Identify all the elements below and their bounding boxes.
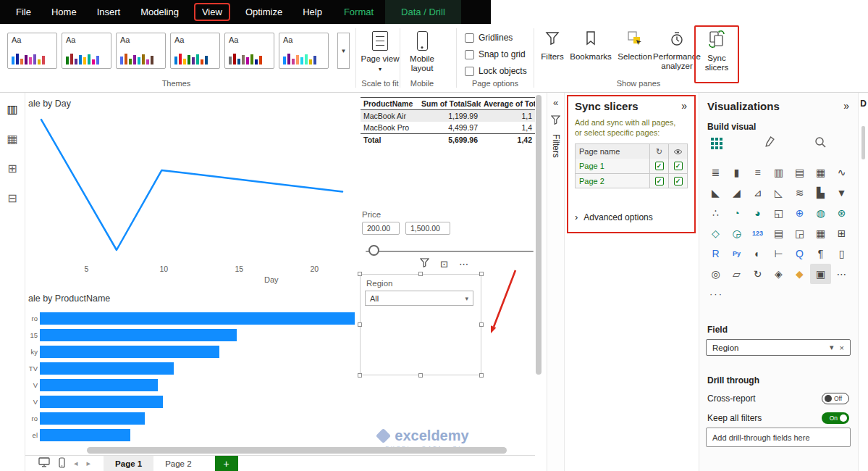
line-clustered-column-chart-icon[interactable]: ◺: [768, 183, 789, 203]
resize-handle[interactable]: [418, 373, 423, 378]
snap-to-grid-checkbox[interactable]: [465, 50, 474, 59]
menu-item-help[interactable]: Help: [303, 7, 322, 17]
lock-objects-checkbox[interactable]: [465, 67, 474, 76]
keep-all-filters-toggle[interactable]: On: [822, 412, 849, 424]
resize-handle[interactable]: [358, 272, 362, 276]
pane-scrollbar[interactable]: [861, 126, 865, 159]
gridlines-checkbox-row[interactable]: Gridlines: [465, 33, 513, 43]
theme-card[interactable]: Aa: [62, 33, 111, 69]
region-dropdown[interactable]: All ▾: [365, 291, 473, 306]
clustered-column-chart-icon[interactable]: ▥: [768, 162, 789, 183]
advanced-options-toggle[interactable]: › Advanced options: [575, 212, 653, 222]
next-page-icon[interactable]: ▸: [87, 459, 91, 468]
stacked-column-chart-icon[interactable]: ▮: [726, 162, 747, 183]
selection-pane-button[interactable]: Selection: [615, 30, 654, 62]
sync-checkbox[interactable]: ✓: [655, 177, 664, 186]
clustered-bar-chart-icon[interactable]: ≡: [747, 162, 768, 183]
stacked-area-chart-icon[interactable]: ◢: [726, 183, 747, 203]
region-slicer[interactable]: Region All ▾: [360, 274, 481, 375]
mobile-layout-view-icon[interactable]: [59, 457, 65, 470]
theme-card[interactable]: Aa: [7, 33, 57, 69]
line-chart-icon[interactable]: ∿: [831, 162, 852, 183]
horizontal-scrollbar[interactable]: [87, 447, 507, 454]
matrix-icon[interactable]: ⊞: [831, 223, 852, 243]
qa-visual-icon[interactable]: Q: [789, 243, 810, 264]
bar-chart-bars[interactable]: ro15kyTVVVroel: [25, 310, 362, 443]
map-icon[interactable]: ⊕: [789, 203, 810, 223]
sync-page-row[interactable]: Page 1✓✓: [576, 159, 687, 173]
slicer-icon[interactable]: ▣: [810, 264, 831, 284]
table-icon[interactable]: ▦: [810, 223, 831, 243]
snap-to-grid-checkbox-row[interactable]: Snap to grid: [465, 49, 526, 59]
collapse-pane-icon[interactable]: »: [681, 100, 687, 112]
menu-item-home[interactable]: Home: [51, 7, 77, 17]
previous-page-icon[interactable]: ◂: [74, 459, 78, 468]
theme-card[interactable]: Aa: [116, 33, 166, 69]
drill-through-drop-zone[interactable]: Add drill-through fields here: [706, 428, 851, 447]
bar[interactable]: [40, 396, 163, 408]
menu-item-view[interactable]: View: [194, 3, 230, 21]
custom-visual-icon[interactable]: ◆: [789, 264, 810, 284]
arcgis-map-icon[interactable]: ◈: [768, 264, 789, 284]
waterfall-chart-icon[interactable]: ▙: [810, 183, 831, 203]
filled-map-icon[interactable]: ◍: [810, 203, 831, 223]
smart-narrative-icon[interactable]: ¶: [810, 243, 831, 264]
visible-checkbox[interactable]: ✓: [674, 177, 683, 186]
lock-objects-checkbox-row[interactable]: Lock objects: [465, 66, 527, 76]
card-icon[interactable]: 123: [747, 223, 768, 243]
sync-slicers-button[interactable]: Sync slicers: [699, 30, 735, 72]
stacked-bar-chart-icon[interactable]: ≣: [705, 162, 726, 183]
bar[interactable]: [40, 329, 237, 341]
filters-pane-button[interactable]: Filters: [539, 30, 566, 62]
resize-handle[interactable]: [479, 272, 484, 276]
field-well-region[interactable]: Region ▾ ×: [706, 339, 851, 356]
build-visual-tab-icon[interactable]: [711, 138, 723, 150]
area-chart-icon[interactable]: ◣: [705, 183, 726, 203]
page-tab-page-2[interactable]: Page 2: [153, 456, 203, 471]
pie-chart-icon[interactable]: ◔: [726, 203, 747, 223]
report-canvas[interactable]: ale by Day 5101520 Day ProductNameSum of…: [25, 93, 535, 455]
mobile-layout-button[interactable]: Mobile layout: [403, 30, 442, 73]
resize-handle[interactable]: [479, 373, 484, 378]
bar[interactable]: [40, 429, 130, 441]
bar[interactable]: [40, 312, 355, 325]
bar[interactable]: [40, 362, 174, 375]
page-tab-page-1[interactable]: Page 1: [104, 456, 153, 471]
remove-field-icon[interactable]: ×: [840, 343, 844, 352]
performance-analyzer-button[interactable]: Performance analyzer: [654, 30, 700, 71]
theme-card[interactable]: Aa: [224, 33, 274, 69]
paginated-report-icon[interactable]: ▯: [831, 243, 852, 264]
azure-map-icon[interactable]: ⊛: [831, 203, 852, 223]
power-apps-icon[interactable]: ▱: [726, 264, 747, 284]
expand-filters-icon[interactable]: «: [553, 97, 558, 108]
data-pane-collapsed[interactable]: D: [858, 93, 868, 471]
gridlines-checkbox[interactable]: [465, 33, 474, 43]
focus-mode-icon[interactable]: ⊡: [440, 259, 448, 270]
filters-pane-collapsed[interactable]: « Filters: [547, 93, 565, 471]
more-options-icon[interactable]: ⋯: [459, 259, 468, 270]
analytics-tab-icon[interactable]: [814, 136, 827, 151]
get-more-visuals-icon[interactable]: ⋯: [831, 264, 852, 284]
cross-report-toggle[interactable]: Off: [822, 393, 849, 404]
bar[interactable]: [40, 346, 219, 358]
scatter-chart-icon[interactable]: ∴: [705, 203, 726, 223]
hundred-stacked-bar-chart-icon[interactable]: ▤: [789, 162, 810, 183]
table-row[interactable]: MacBook Pro4,499.971,4: [361, 122, 535, 134]
more-visuals-ellipsis[interactable]: ···: [709, 288, 723, 299]
treemap-icon[interactable]: ◱: [768, 203, 789, 223]
chevron-down-icon[interactable]: ▾: [830, 343, 834, 352]
menu-item-insert[interactable]: Insert: [97, 7, 121, 17]
line-stacked-column-chart-icon[interactable]: ⊿: [747, 183, 768, 203]
gauge-icon[interactable]: ◶: [726, 223, 747, 243]
menu-item-file[interactable]: File: [16, 7, 31, 17]
sync-page-row[interactable]: Page 2✓✓: [576, 173, 687, 188]
theme-card[interactable]: Aa: [279, 33, 329, 69]
visual-filter-icon[interactable]: [420, 258, 429, 270]
donut-chart-icon[interactable]: ◕: [747, 203, 768, 223]
page-view-button[interactable]: Page view ▾: [361, 30, 400, 74]
table-row[interactable]: MacBook Air1,199.991,1: [361, 110, 535, 122]
ribbon-chart-icon[interactable]: ≋: [789, 183, 810, 203]
format-visual-tab-icon[interactable]: [763, 136, 775, 151]
menu-item-modeling[interactable]: Modeling: [140, 7, 179, 17]
theme-card[interactable]: Aa: [170, 33, 220, 69]
